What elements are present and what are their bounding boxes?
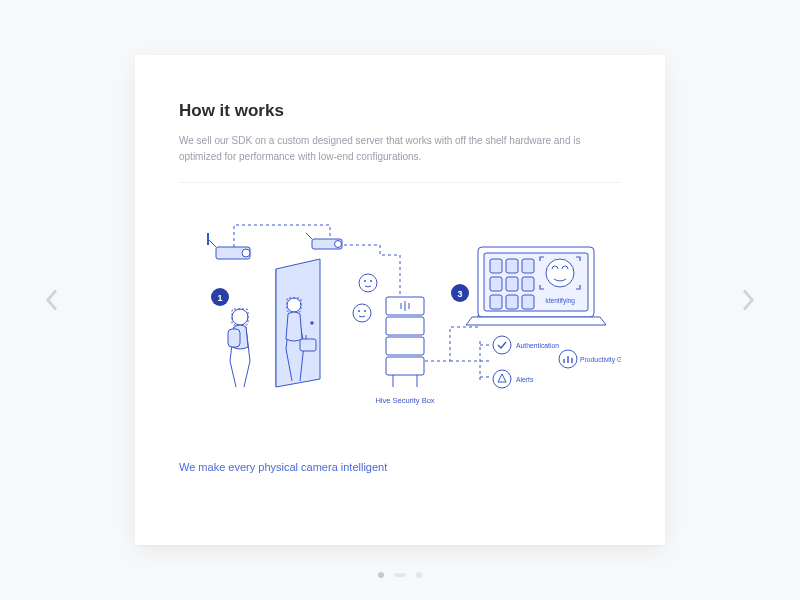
svg-rect-41 xyxy=(506,277,518,291)
section-title: How it works xyxy=(179,101,621,121)
server-label: Hive Security Box xyxy=(375,396,434,405)
svg-point-47 xyxy=(493,336,511,354)
section-description: We sell our SDK on a custom designed ser… xyxy=(179,133,599,164)
slide-card: How it works We sell our SDK on a custom… xyxy=(135,55,665,545)
laptop-icon: Identifying xyxy=(466,247,606,325)
svg-text:1: 1 xyxy=(217,293,222,303)
svg-line-7 xyxy=(306,233,312,239)
svg-rect-38 xyxy=(506,259,518,273)
benefit-productivity: Productivity Gains xyxy=(559,350,621,368)
benefit-alerts: Alerts xyxy=(493,370,534,388)
pagination-dot-2[interactable] xyxy=(394,573,406,577)
svg-point-22 xyxy=(358,310,360,312)
how-it-works-diagram: 1 xyxy=(179,211,621,431)
face-thumb-icon xyxy=(353,304,371,322)
step-badge-3: 3 xyxy=(451,284,469,302)
slide-caption: We make every physical camera intelligen… xyxy=(179,461,621,473)
svg-rect-13 xyxy=(228,329,240,347)
next-arrow[interactable] xyxy=(738,289,760,311)
camera-icon xyxy=(306,233,342,249)
svg-point-2 xyxy=(242,249,250,257)
divider xyxy=(179,182,621,183)
svg-text:Alerts: Alerts xyxy=(516,376,534,383)
svg-rect-42 xyxy=(522,277,534,291)
chevron-left-icon xyxy=(44,289,58,311)
prev-arrow[interactable] xyxy=(40,289,62,311)
svg-rect-45 xyxy=(522,295,534,309)
svg-text:Productivity Gains: Productivity Gains xyxy=(580,356,621,364)
svg-point-18 xyxy=(359,274,377,292)
pagination-dot-3[interactable] xyxy=(416,572,422,578)
svg-line-3 xyxy=(208,239,216,247)
screen-status-label: Identifying xyxy=(545,297,575,305)
svg-point-23 xyxy=(364,310,366,312)
server-icon xyxy=(386,297,424,387)
pagination-dots xyxy=(378,572,422,578)
svg-point-21 xyxy=(353,304,371,322)
svg-text:3: 3 xyxy=(457,289,462,299)
benefit-authentication: Authentication xyxy=(493,336,559,354)
svg-rect-25 xyxy=(386,317,424,335)
svg-rect-37 xyxy=(490,259,502,273)
chevron-right-icon xyxy=(742,289,756,311)
svg-rect-40 xyxy=(490,277,502,291)
pagination-dot-1[interactable] xyxy=(378,572,384,578)
svg-point-10 xyxy=(310,321,314,325)
face-thumb-icon xyxy=(359,274,377,292)
person-backpack-icon xyxy=(228,309,250,387)
svg-rect-26 xyxy=(386,337,424,355)
svg-point-11 xyxy=(232,309,248,325)
step-badge-1: 1 xyxy=(211,288,229,306)
svg-point-46 xyxy=(546,259,574,287)
svg-text:Authentication: Authentication xyxy=(516,342,559,349)
svg-rect-43 xyxy=(490,295,502,309)
svg-point-6 xyxy=(335,241,342,248)
svg-point-14 xyxy=(287,298,301,312)
svg-rect-27 xyxy=(386,357,424,375)
svg-rect-44 xyxy=(506,295,518,309)
svg-rect-16 xyxy=(300,339,316,351)
svg-point-54 xyxy=(493,370,511,388)
camera-icon xyxy=(208,233,250,259)
svg-point-19 xyxy=(364,280,366,282)
svg-point-20 xyxy=(370,280,372,282)
svg-rect-39 xyxy=(522,259,534,273)
